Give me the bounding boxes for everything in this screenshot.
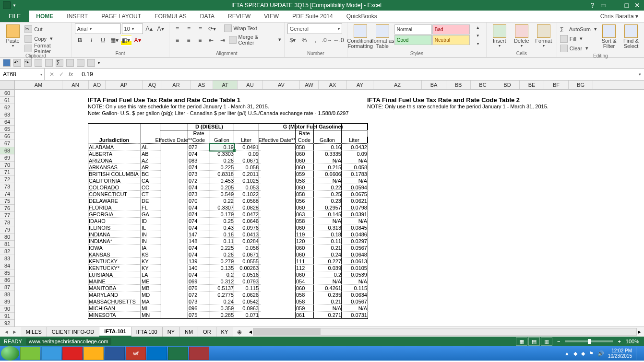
gas-gallon[interactable]: 0.11 [313, 237, 343, 245]
ribbon-toggle-icon[interactable]: ▭ [600, 1, 607, 9]
taskbar-word[interactable] [105, 347, 125, 360]
diesel-gallon[interactable]: 0.3307 [210, 204, 236, 211]
merge-center-button[interactable]: Merge & Center ▾ [229, 35, 281, 44]
cell-styles-gallery[interactable]: Normal Bad Good Neutral [394, 24, 470, 45]
row-header-91[interactable]: 91 [0, 313, 14, 320]
state-code[interactable]: MI [141, 304, 161, 312]
align-right-button[interactable]: ≡ [195, 35, 205, 46]
gas-liter[interactable]: 0.09 [341, 150, 369, 157]
row-header-61[interactable]: 61 [0, 97, 14, 104]
insert-cells-button[interactable]: Insert▾ [489, 23, 510, 48]
state-code[interactable]: KS [141, 251, 161, 258]
row-header-92[interactable]: 92 [0, 320, 14, 327]
jurisdiction[interactable]: MARYLAND [88, 291, 142, 298]
diesel-gallon[interactable]: 0.2775 [210, 291, 236, 298]
col-header-AZ[interactable]: AZ [373, 81, 422, 89]
gas-liter[interactable]: N/A [341, 217, 369, 224]
diesel-rate[interactable]: 073 [188, 170, 211, 177]
sheet-nav-prev-icon[interactable]: ◄ [4, 329, 9, 335]
tab-insert[interactable]: INSERT [60, 11, 95, 22]
table2-title[interactable]: IFTA Final Fuel Use Tax Rate and Rate Co… [367, 96, 607, 103]
diesel-liter[interactable]: 0.0671 [234, 157, 261, 164]
gas-gallon[interactable]: 0.21 [313, 298, 343, 305]
qat-icon-7[interactable] [66, 59, 74, 67]
gas-rate[interactable]: 058 [295, 177, 314, 184]
diesel-rate[interactable]: 075 [188, 311, 211, 318]
diesel-gallon[interactable]: 0.3303 [210, 150, 236, 157]
row-header-74[interactable]: 74 [0, 190, 14, 198]
row-header-71[interactable]: 71 [0, 169, 14, 176]
col-header-AU[interactable]: AU [238, 81, 263, 89]
align-middle-button[interactable]: ≡ [184, 23, 194, 34]
diesel-gallon[interactable]: 0.453 [210, 177, 236, 184]
show-desktop-button[interactable] [636, 347, 640, 360]
diesel-liter[interactable]: 0.0626 [234, 291, 261, 298]
diesel-rate[interactable]: 074 [188, 210, 211, 218]
sheet-tab-miles[interactable]: MILES [21, 327, 47, 337]
diesel-rate[interactable]: 074 [188, 163, 211, 171]
gas-liter[interactable]: 0.0391 [341, 210, 369, 218]
state-code[interactable]: CA [141, 177, 161, 184]
row-header-87[interactable]: 87 [0, 284, 14, 291]
sheet-tab-ky[interactable]: KY [216, 327, 234, 337]
gas-gallon[interactable]: 0.313 [313, 224, 343, 231]
diesel-liter[interactable]: 0.0828 [234, 204, 261, 211]
col-header-AS[interactable]: AS [191, 81, 213, 89]
style-bad[interactable]: Bad [432, 24, 470, 35]
col-header-AO[interactable]: AO [89, 81, 106, 89]
autosum-button[interactable]: ∑ AutoSum ▾ [560, 24, 597, 34]
gas-gallon[interactable]: N/A [313, 278, 343, 285]
shrink-font-button[interactable]: A▾ [155, 23, 166, 34]
state-code[interactable]: AR [141, 163, 161, 171]
state-code[interactable]: CO [141, 184, 161, 191]
jurisdiction[interactable]: IDAHO [88, 217, 142, 224]
diesel-rate[interactable]: 074 [188, 271, 211, 278]
sheet-tab-ifta-100[interactable]: IFTA 100 [131, 327, 163, 337]
gas-gallon[interactable]: 0.18 [313, 231, 343, 238]
jurisdiction[interactable]: FLORIDA [88, 204, 142, 211]
diesel-gallon[interactable]: 0.43 [210, 224, 236, 231]
clear-button[interactable]: Clear ▾ [560, 44, 597, 53]
row-header-66[interactable]: 66 [0, 133, 14, 140]
state-code[interactable]: KY [141, 257, 161, 265]
row-header-73[interactable]: 73 [0, 183, 14, 190]
jurisdiction[interactable]: MASSACHUSETTS [88, 298, 142, 305]
font-color-button[interactable]: A▾ [132, 35, 143, 46]
jurisdiction[interactable]: CALIFORNIA [88, 177, 142, 184]
wrap-text-button[interactable]: Wrap Text [224, 23, 257, 33]
diesel-liter[interactable]: 0.0646 [234, 217, 261, 224]
state-code[interactable]: KY [141, 264, 161, 271]
diesel-rate[interactable]: 074 [188, 204, 211, 211]
percent-button[interactable]: % [299, 35, 310, 46]
col-header-BC[interactable]: BC [471, 81, 495, 89]
row-header-64[interactable]: 64 [0, 118, 14, 126]
align-center-button[interactable]: ≡ [183, 35, 194, 46]
gas-gallon[interactable]: 0.3335 [313, 150, 343, 157]
diesel-liter[interactable]: 0.071 [234, 311, 261, 318]
currency-button[interactable]: $▾ [287, 35, 298, 46]
tab-pdf-suite[interactable]: PDF Suite 2014 [286, 11, 340, 22]
indent-dec-button[interactable]: ⇤ [206, 35, 217, 46]
col-header-BF[interactable]: BF [544, 81, 569, 89]
diesel-gallon[interactable]: 0.25 [210, 217, 236, 224]
redo-icon[interactable]: ↷ [24, 59, 32, 67]
diesel-rate[interactable]: 073 [188, 298, 211, 305]
col-header-BB[interactable]: BB [446, 81, 471, 89]
gas-gallon[interactable]: 0.235 [313, 291, 343, 298]
state-code[interactable]: FL [141, 204, 161, 211]
gas-liter[interactable]: 0.0567 [341, 244, 369, 251]
diesel-rate[interactable]: 072 [188, 177, 211, 184]
tray-volume-icon[interactable]: 🔊 [597, 350, 604, 357]
diesel-gallon[interactable]: 0.225 [210, 163, 236, 171]
tab-data[interactable]: DATA [193, 11, 221, 22]
new-icon[interactable] [35, 59, 42, 67]
gas-liter[interactable]: 0.058 [341, 163, 369, 171]
styles-more-icon[interactable]: ▾ [473, 40, 483, 47]
diesel-rate[interactable]: 074 [188, 244, 211, 251]
qat-icon-9[interactable] [87, 59, 95, 67]
gas-liter[interactable]: 0.0731 [341, 311, 369, 318]
gas-gallon[interactable]: N/A [313, 217, 343, 224]
diesel-gallon[interactable]: 0.179 [210, 210, 236, 218]
format-as-table-button[interactable]: Format as Table [372, 23, 393, 49]
jurisdiction[interactable]: KENTUCKY* [88, 264, 142, 271]
